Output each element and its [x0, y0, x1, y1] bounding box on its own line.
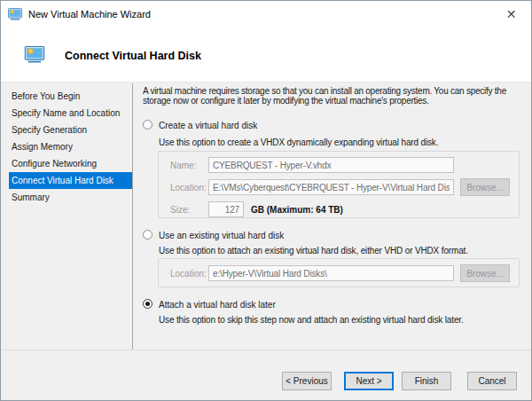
attach-later-option-description: Use this option to skip this step now an… — [159, 315, 464, 325]
sidebar-item-specify-generation[interactable]: Specify Generation — [1, 122, 132, 138]
close-icon: ✕ — [506, 7, 517, 21]
next-button[interactable]: Next > — [344, 372, 394, 390]
create-option-description: Use this option to create a VHDX dynamic… — [159, 138, 438, 147]
size-field — [208, 201, 244, 217]
sidebar-item-assign-memory[interactable]: Assign Memory — [1, 138, 132, 155]
wizard-header: Connect Virtual Hard Disk — [1, 27, 531, 83]
name-field-label: Name: — [170, 161, 196, 170]
existing-location-field-label: Location: — [170, 269, 207, 279]
radio-attach-virtual-hard-disk-later-label[interactable]: Attach a virtual hard disk later — [159, 300, 276, 310]
sidebar-item-before-you-begin[interactable]: Before You Begin — [1, 88, 132, 105]
radio-use-existing-virtual-hard-disk[interactable] — [143, 230, 153, 240]
browse-button-existing: Browse... — [460, 264, 510, 282]
existing-option-description: Use this option to attach an existing vi… — [159, 246, 468, 256]
vm-monitor-icon — [8, 8, 22, 20]
titlebar: New Virtual Machine Wizard — [1, 1, 531, 27]
sidebar-item-summary[interactable]: Summary — [1, 189, 132, 206]
existing-disk-groupbox: Location: Browse... — [158, 258, 520, 287]
wizard-steps-sidebar: Before You Begin Specify Name and Locati… — [1, 83, 133, 350]
create-disk-groupbox: Name: Location: Browse... Size: GB (Maxi… — [158, 151, 520, 218]
location-field — [208, 179, 454, 195]
sidebar-item-connect-virtual-hard-disk[interactable]: Connect Virtual Hard Disk — [9, 172, 132, 189]
radio-use-existing-virtual-hard-disk-label[interactable]: Use an existing virtual hard disk — [159, 231, 284, 240]
existing-location-field — [208, 265, 454, 281]
size-maximum-text: GB (Maximum: 64 TB) — [251, 205, 343, 215]
page-intro-text: A virtual machine requires storage so th… — [143, 86, 506, 106]
size-field-label: Size: — [170, 205, 190, 215]
close-button[interactable]: ✕ — [491, 1, 531, 27]
radio-create-virtual-hard-disk[interactable] — [143, 120, 153, 130]
radio-attach-virtual-hard-disk-later[interactable] — [143, 299, 153, 309]
browse-button-create: Browse... — [460, 178, 510, 196]
wizard-footer: < Previous Next > Finish Cancel — [1, 350, 531, 400]
page-title: Connect Virtual Hard Disk — [65, 50, 201, 62]
name-field — [208, 157, 454, 173]
finish-button[interactable]: Finish — [402, 372, 451, 390]
wizard-window: New Virtual Machine Wizard ✕ Connect Vir… — [0, 0, 532, 401]
sidebar-item-specify-name-and-location[interactable]: Specify Name and Location — [1, 105, 132, 122]
radio-create-virtual-hard-disk-label[interactable]: Create a virtual hard disk — [159, 121, 257, 130]
location-field-label: Location: — [170, 183, 207, 193]
intro-line-1: A virtual machine requires storage so th… — [143, 86, 506, 96]
intro-line-2: storage now or configure it later by mod… — [143, 96, 506, 106]
sidebar-item-configure-networking[interactable]: Configure Networking — [1, 155, 132, 172]
cancel-button[interactable]: Cancel — [467, 372, 517, 390]
vm-monitor-icon — [24, 46, 45, 63]
previous-button[interactable]: < Previous — [282, 372, 332, 390]
window-title: New Virtual Machine Wizard — [28, 9, 151, 20]
